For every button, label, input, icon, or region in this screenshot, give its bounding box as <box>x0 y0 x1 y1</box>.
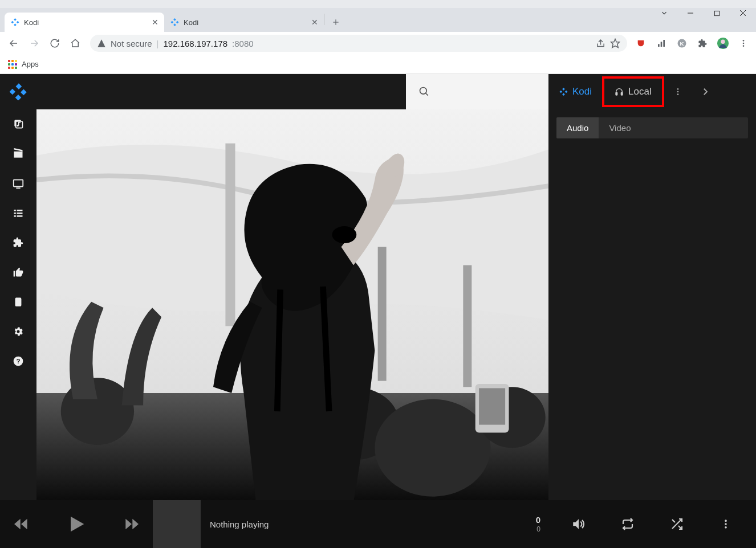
svg-point-66 <box>375 399 490 497</box>
close-tab-icon[interactable]: ✕ <box>152 18 158 27</box>
svg-rect-27 <box>16 83 22 89</box>
new-tab-button[interactable] <box>328 14 344 30</box>
svg-rect-30 <box>15 95 22 100</box>
sidebar-item-tv[interactable] <box>7 175 30 191</box>
apps-grid-icon[interactable] <box>8 60 17 69</box>
extension-icon-2[interactable] <box>653 35 669 51</box>
svg-rect-34 <box>559 91 562 93</box>
nav-forward-button <box>25 34 43 52</box>
svg-point-70 <box>332 226 356 243</box>
window-minimize-icon[interactable] <box>677 3 704 23</box>
svg-rect-48 <box>14 180 23 187</box>
svg-marker-75 <box>132 519 139 530</box>
svg-rect-6 <box>176 21 179 24</box>
svg-rect-7 <box>173 23 176 26</box>
svg-rect-62 <box>463 265 472 387</box>
svg-point-31 <box>420 88 427 95</box>
tab-video[interactable]: Video <box>599 117 641 138</box>
kodi-app: Kodi Local ? <box>0 74 756 548</box>
extension-icon-3[interactable]: K <box>674 35 690 51</box>
tab-title: Kodi <box>184 18 198 27</box>
svg-rect-33 <box>562 88 565 91</box>
kodi-sidebar: ? <box>0 109 36 500</box>
svg-marker-74 <box>125 519 132 530</box>
player-play-button[interactable] <box>42 500 111 548</box>
sidebar-item-movies[interactable] <box>7 146 30 162</box>
share-icon[interactable] <box>596 39 605 48</box>
extensions-puzzle-icon[interactable] <box>694 35 710 51</box>
svg-rect-56 <box>15 298 22 306</box>
svg-rect-69 <box>479 388 505 424</box>
svg-rect-51 <box>17 210 23 211</box>
apps-label[interactable]: Apps <box>22 60 39 68</box>
window-controls <box>651 3 756 23</box>
browser-tab-1[interactable]: Kodi ✕ <box>5 13 164 32</box>
svg-rect-54 <box>14 215 16 217</box>
svg-rect-17 <box>658 44 660 47</box>
close-tab-icon[interactable]: ✕ <box>311 18 318 27</box>
player-next-button[interactable] <box>111 500 153 548</box>
topbar-more-icon[interactable] <box>664 87 692 96</box>
svg-rect-37 <box>616 92 617 95</box>
svg-rect-5 <box>170 21 173 24</box>
browser-menu-icon[interactable] <box>735 35 751 51</box>
svg-point-26 <box>743 45 745 47</box>
omnibox[interactable]: Not secure | 192.168.197.178:8080 <box>90 35 627 52</box>
sidebar-item-help[interactable]: ? <box>7 353 30 369</box>
volume-button[interactable] <box>565 510 592 538</box>
svg-point-39 <box>677 88 678 90</box>
kodi-logo[interactable] <box>0 74 36 109</box>
sidebar-item-settings[interactable] <box>7 324 30 340</box>
svg-rect-28 <box>10 89 15 95</box>
address-bar: Not secure | 192.168.197.178:8080 K <box>0 32 756 55</box>
nav-home-button[interactable] <box>66 34 84 52</box>
tabs-dropdown-icon[interactable] <box>651 3 677 23</box>
player-bar: Nothing playing 0 0 <box>0 500 548 548</box>
headphones-icon <box>615 87 624 96</box>
svg-text:K: K <box>680 40 684 47</box>
svg-point-79 <box>725 526 727 529</box>
svg-marker-73 <box>71 517 84 532</box>
sidebar-item-browser[interactable] <box>7 205 30 221</box>
svg-point-23 <box>721 40 725 44</box>
source-tab-local[interactable]: Local <box>602 76 664 107</box>
svg-rect-3 <box>14 23 17 26</box>
svg-rect-50 <box>14 210 16 211</box>
search-icon <box>418 86 430 97</box>
tab-audio[interactable]: Audio <box>556 117 599 138</box>
media-type-tabs: Audio Video <box>556 117 748 138</box>
svg-point-77 <box>725 520 727 522</box>
nav-back-button[interactable] <box>5 34 23 52</box>
source-tab-kodi[interactable]: Kodi <box>548 74 602 109</box>
svg-marker-76 <box>573 519 579 529</box>
nav-reload-button[interactable] <box>46 34 64 52</box>
svg-rect-4 <box>173 18 176 21</box>
svg-marker-72 <box>21 519 27 530</box>
sidebar-item-addons[interactable] <box>7 235 30 251</box>
svg-point-25 <box>743 43 745 44</box>
collapse-sidebar-icon[interactable] <box>692 87 719 97</box>
bookmark-star-icon[interactable] <box>610 38 620 48</box>
browser-tab-2[interactable]: Kodi ✕ <box>164 13 324 32</box>
svg-rect-11 <box>714 11 719 15</box>
sidebar-item-playlist[interactable] <box>7 294 30 310</box>
svg-rect-55 <box>17 215 23 217</box>
player-prev-button[interactable] <box>0 500 42 548</box>
repeat-button[interactable] <box>614 510 641 538</box>
window-close-icon[interactable] <box>730 3 756 23</box>
sidebar-item-thumbsup[interactable] <box>7 264 30 280</box>
right-panel: Audio Video <box>548 109 756 500</box>
kodi-favicon <box>170 18 179 27</box>
not-secure-icon <box>97 39 106 48</box>
player-more-button[interactable] <box>712 510 739 538</box>
source-tab-kodi-label: Kodi <box>572 86 592 97</box>
sidebar-item-music[interactable] <box>7 116 30 132</box>
profile-avatar[interactable] <box>715 35 731 51</box>
window-maximize-icon[interactable] <box>704 3 730 23</box>
search-button[interactable] <box>406 74 548 109</box>
svg-rect-61 <box>378 247 387 381</box>
shuffle-button[interactable] <box>663 510 690 538</box>
svg-point-41 <box>677 93 678 95</box>
extension-icon-1[interactable] <box>633 35 649 51</box>
svg-marker-71 <box>14 519 21 530</box>
